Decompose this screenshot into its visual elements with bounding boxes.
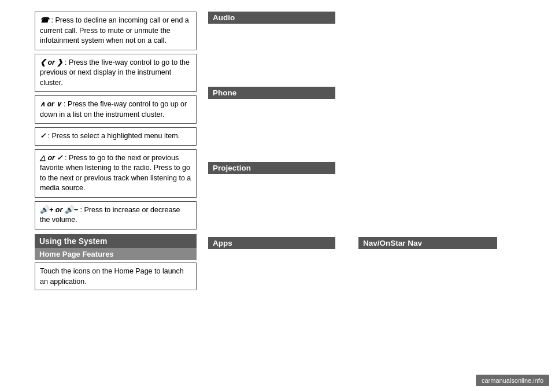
audio-label: Audio bbox=[208, 12, 335, 24]
apps-section: Apps bbox=[208, 237, 335, 249]
using-system-header: Using the System bbox=[35, 234, 197, 248]
apps-label: Apps bbox=[208, 237, 335, 249]
page-container: ☎ : Press to decline an incoming call or… bbox=[0, 0, 555, 392]
watermark: carmanualsonline.info bbox=[476, 375, 549, 386]
nav-section: Nav/OnStar Nav bbox=[358, 237, 497, 249]
next-prev-icon: △ or ✓ bbox=[40, 154, 62, 162]
nav-label: Nav/OnStar Nav bbox=[358, 237, 497, 249]
phone-label: Phone bbox=[208, 87, 335, 99]
instruction-decline-call: ☎ : Press to decline an incoming call or… bbox=[35, 12, 197, 50]
left-column: ☎ : Press to decline an incoming call or… bbox=[35, 12, 197, 290]
instruction-volume: 🔊+ or 🔊− : Press to increase or decrease… bbox=[35, 201, 197, 230]
decline-text: : Press to decline an incoming call or e… bbox=[40, 16, 189, 45]
instruction-select: ✓ : Press to select a highlighted menu i… bbox=[35, 127, 197, 146]
using-system-section: Using the System Home Page Features Touc… bbox=[35, 234, 197, 290]
phone-section: Phone bbox=[208, 87, 335, 99]
five-way-lr-text: : Press the five-way control to go to th… bbox=[40, 58, 190, 87]
select-text: : Press to select a highlighted menu ite… bbox=[47, 132, 180, 140]
next-prev-text: : Press to go to the next or previous fa… bbox=[40, 154, 191, 193]
home-page-features-header: Home Page Features bbox=[35, 248, 197, 260]
five-way-ud-text: : Press the five-way control to go up or… bbox=[40, 100, 187, 119]
volume-icon: 🔊+ or 🔊− bbox=[40, 206, 78, 214]
five-way-ud-icon: ∧ or ∨ bbox=[40, 100, 61, 108]
instruction-next-prev: △ or ✓ : Press to go to the next or prev… bbox=[35, 149, 197, 198]
decline-icon: ☎ bbox=[40, 16, 49, 24]
instruction-five-way-lr: ❮ or ❯ : Press the five-way control to g… bbox=[35, 54, 197, 93]
instruction-five-way-ud: ∧ or ∨ : Press the five-way control to g… bbox=[35, 95, 197, 124]
projection-label: Projection bbox=[208, 162, 335, 174]
five-way-lr-icon: ❮ or ❯ bbox=[40, 58, 62, 66]
projection-section: Projection bbox=[208, 162, 335, 174]
audio-section: Audio bbox=[208, 12, 335, 24]
select-icon: ✓ bbox=[40, 132, 46, 140]
home-page-features-body: Touch the icons on the Home Page to laun… bbox=[35, 262, 197, 290]
